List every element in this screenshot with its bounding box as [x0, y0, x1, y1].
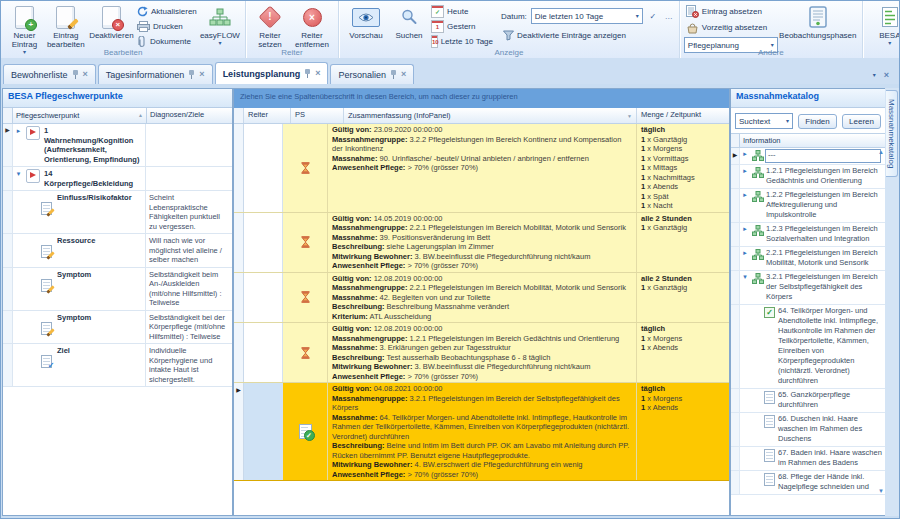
tree-leaf[interactable]: 68. Pflege der Hände inkl. Nagelpflege s… — [731, 471, 885, 495]
collapse-icon[interactable]: ▾ — [13, 167, 24, 190]
checkbox-checked-icon[interactable]: ✓ — [764, 307, 775, 318]
expand-icon[interactable]: ▸ — [740, 247, 750, 270]
column-header-menge-zeitpunkt[interactable]: Menge / Zeitpunkt — [637, 108, 729, 123]
suchtext-value: Suchtext — [739, 117, 770, 126]
tree-leaf-checked[interactable]: ✓ 64. Teilkörper Morgen- und Abendtoilet… — [731, 305, 885, 389]
table-row[interactable]: Gültig von: 23.09.2020 00:00:00 Massnahm… — [234, 124, 729, 213]
scroll-down-icon[interactable]: ▼ — [878, 488, 884, 494]
pin-icon[interactable] — [188, 70, 195, 79]
column-header-reiter[interactable]: Reiter — [244, 108, 291, 123]
table-row-group-1[interactable]: ▶ ▸ 1 Wahrnehmung/Kognition (Aufmerksamk… — [3, 124, 232, 167]
expand-icon[interactable]: ▸ — [740, 148, 750, 164]
item-text: Scheint Lebenspraktische Fähigkeiten pun… — [145, 191, 232, 233]
tree-item[interactable]: ▸ 1.2.1 Pflegeleistungen im Bereich Gedä… — [731, 165, 885, 189]
beobachtungsphasen-button[interactable]: Beobachtungsphasen — [778, 4, 858, 41]
column-header-diagnosen-ziele[interactable]: Diagnosen/Ziele — [147, 108, 232, 123]
item-text: Will nach wie vor möglichst viel alleine… — [145, 234, 232, 267]
expand-icon[interactable]: ▸ — [740, 189, 750, 222]
tree-item[interactable]: ▸ 1.2.2 Pflegeleistungen im Bereich Affe… — [731, 189, 885, 223]
tree-item-expanded[interactable]: ▾ 3.2.1 Pflegeleistungen im Bereich der … — [731, 271, 885, 305]
pin-icon[interactable] — [390, 70, 397, 79]
apply-check-button[interactable]: ✓ — [647, 10, 659, 22]
suchen-button[interactable]: Suchen — [389, 4, 429, 41]
show-deactivated-entries-button[interactable]: Deaktivierte Einträge anzeigen — [501, 29, 675, 42]
easyflow-button[interactable]: easyFLOW ▾ — [199, 4, 241, 47]
column-header-pflegeschwerpunkt[interactable]: Pflegeschwerpunkt▲ — [13, 108, 147, 123]
schedule-cell: täglich 1 x Morgens 1 x Abends — [637, 323, 729, 382]
close-icon[interactable]: × — [401, 70, 406, 79]
table-row-symptom-2[interactable]: Symptom Selbständigkeit bei der Körperpf… — [3, 311, 232, 345]
expand-icon[interactable]: ▸ — [740, 165, 750, 188]
close-icon[interactable]: × — [315, 69, 320, 78]
pin-icon[interactable] — [304, 69, 311, 78]
tree-leaf[interactable]: 67. Baden inkl. Haare waschen im Rahmen … — [731, 447, 885, 471]
vorschau-button[interactable]: Vorschau — [343, 4, 389, 41]
heute-button[interactable]: ✓ Heute — [429, 5, 495, 18]
reiter-setzen-button[interactable]: ! Reiter setzen — [250, 4, 290, 50]
calendar-today-icon: ✓ — [431, 5, 444, 18]
column-header-information[interactable]: Information — [731, 133, 885, 148]
tree-item[interactable]: ▸ 2.2.1 Pflegeleistungen im Bereich Mobi… — [731, 247, 885, 271]
more-options-button[interactable]: … — [663, 10, 675, 22]
remove-circle-icon: × — [303, 8, 322, 27]
tree-item[interactable]: ▸ 1.2.3 Pflegeleistungen im Bereich Sozi… — [731, 223, 885, 247]
table-row[interactable]: Gültig von: 12.08.2019 00:00:00 Massnahm… — [234, 323, 729, 383]
datum-select[interactable]: Die letzten 10 Tage ▾ — [531, 8, 643, 24]
refresh-icon — [137, 6, 148, 17]
deaktivieren-button[interactable]: × Deaktivieren — [88, 4, 135, 41]
tab-tagesinformationen[interactable]: Tagesinformationen × — [98, 64, 213, 84]
leeren-button[interactable]: Leeren — [842, 114, 881, 129]
table-row-group-14[interactable]: ▾ 14 Körperpflege/Bekleidung — [3, 167, 232, 191]
gestern-button[interactable]: 1 Gestern — [429, 20, 495, 33]
tree-leaf[interactable]: 66. Duschen inkl. Haare waschen im Rahme… — [731, 413, 885, 447]
table-row-ziel[interactable]: ✓ Ziel Individuelle Körperhygiene und in… — [3, 344, 232, 387]
collapse-icon[interactable]: ▾ — [740, 271, 750, 304]
column-header-ps[interactable]: PS — [291, 108, 344, 123]
eintrag-bearbeiten-label: Eintrag bearbeiten — [45, 31, 87, 49]
tree-leaf[interactable]: 65. Ganzkörperpflege durchführen — [731, 389, 885, 413]
tab-bewohnerliste[interactable]: Bewohnerliste × — [3, 64, 96, 84]
tab-leistungsplanung[interactable]: Leistungsplanung × — [215, 62, 329, 84]
tab-list-dropdown-icon[interactable]: ▾ — [873, 72, 876, 78]
flag-icon — [26, 169, 40, 183]
table-row-selected[interactable]: ▶ ✓ Gültig von: 04.08.2021 00:00:00 Mass… — [234, 383, 729, 481]
item-text: Individuelle Körperhygiene und intakte H… — [145, 344, 232, 386]
tree-item-selected[interactable]: ▶ ▸ --- — [731, 148, 885, 165]
page-icon — [764, 449, 775, 462]
suchtext-select[interactable]: Suchtext ▾ — [735, 113, 793, 129]
scroll-up-icon[interactable]: ▲ — [878, 149, 884, 155]
letzte-10-tage-button[interactable]: 10 Letzte 10 Tage — [429, 35, 495, 48]
vorzeitig-absetzen-button[interactable]: Vorzeitig absetzen — [684, 21, 778, 34]
tab-personalien[interactable]: Personalien × — [330, 64, 414, 84]
grid-header: Reiter PS Zusammenfassung (InfoPanel)▼ M… — [234, 108, 729, 124]
diagnosen-cell — [145, 167, 232, 190]
tree-item-text: 2.2.1 Pflegeleistungen im Bereich Mobili… — [765, 247, 885, 270]
reiter-entfernen-button[interactable]: × Reiter entfernen — [290, 4, 334, 50]
eintrag-bearbeiten-button[interactable]: Eintrag bearbeiten — [44, 4, 88, 50]
close-icon[interactable]: × — [199, 70, 204, 79]
table-row-einfluss[interactable]: Einfluss/Risikofaktor Scheint Lebensprak… — [3, 191, 232, 234]
pin-icon[interactable] — [72, 70, 79, 79]
new-document-icon: + — [15, 6, 34, 29]
close-icon[interactable]: × — [83, 70, 88, 79]
table-row-symptom-1[interactable]: Symptom Selbständigkeit beim An-/Ausklei… — [3, 268, 232, 311]
massnahmekatalog-side-tab[interactable]: Massnahmekatalog — [886, 90, 898, 177]
eintrag-absetzen-button[interactable]: Eintrag absetzen — [684, 5, 778, 18]
table-row[interactable]: Gültig von: 12.08.2019 00:00:00 Massnahm… — [234, 273, 729, 324]
drucken-button[interactable]: Drucken — [135, 20, 199, 33]
aktualisieren-button[interactable]: Aktualisieren — [135, 5, 199, 18]
table-row[interactable]: Gültig von: 14.05.2019 00:00:00 Massnahm… — [234, 213, 729, 273]
finden-button[interactable]: Finden — [798, 114, 837, 129]
besa-button[interactable]: BESA ▾ — [867, 4, 900, 47]
tree-item-text: 68. Pflege der Hände inkl. Nagelpflege s… — [777, 471, 885, 494]
page-icon — [764, 391, 775, 404]
group-by-drop-area[interactable]: Ziehen Sie eine Spaltenüberschrift in di… — [234, 89, 729, 108]
column-header-zusammenfassung[interactable]: Zusammenfassung (InfoPanel)▼ — [344, 108, 637, 123]
expand-icon[interactable]: ▸ — [740, 223, 750, 246]
dokumente-button[interactable]: Dokumente — [135, 35, 199, 48]
table-row-ressource[interactable]: Ressource Will nach wie vor möglichst vi… — [3, 234, 232, 268]
item-type: Symptom — [55, 311, 145, 344]
expand-icon[interactable]: ▸ — [13, 124, 24, 166]
application-window: + Neuer Eintrag ▾ Eintrag bearbeiten × D… — [0, 0, 900, 519]
close-tab-icon[interactable]: × — [884, 70, 889, 80]
